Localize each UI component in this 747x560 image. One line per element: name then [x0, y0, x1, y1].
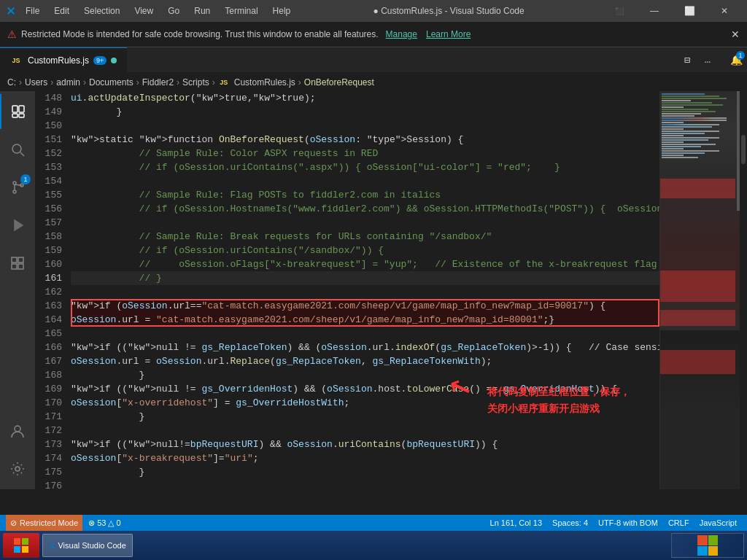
menu-go[interactable]: Go	[163, 0, 184, 22]
svg-point-7	[13, 190, 16, 193]
spaces-label: Spaces: 4	[552, 518, 588, 527]
account-icon[interactable]	[0, 413, 35, 448]
extensions-icon[interactable]	[0, 246, 35, 281]
tab-label: CustomRules.js	[28, 55, 89, 66]
menu-terminal[interactable]: Terminal	[220, 0, 262, 22]
svg-marker-9	[15, 220, 23, 230]
tray-area[interactable]	[671, 533, 744, 558]
learn-more-link[interactable]: Learn More	[426, 29, 471, 39]
line-number: 157	[38, 216, 62, 230]
breadcrumb-drive[interactable]: C:	[7, 77, 16, 88]
line-number: 175	[38, 465, 62, 479]
svg-rect-1	[19, 106, 24, 112]
svg-rect-18	[14, 546, 20, 553]
menu-selection[interactable]: Selection	[80, 0, 124, 22]
explorer-icon[interactable]	[0, 94, 35, 129]
code-line	[71, 285, 659, 299]
code-line: }	[71, 410, 659, 424]
line-number: 154	[38, 174, 62, 188]
line-number: 156	[38, 202, 62, 216]
line-number: 166	[38, 341, 62, 354]
svg-rect-12	[12, 264, 17, 269]
position-status[interactable]: Ln 161, Col 13	[486, 515, 547, 531]
breadcrumb-admin[interactable]: admin	[56, 77, 80, 88]
line-number: 170	[38, 396, 62, 410]
line-number: 149	[38, 105, 62, 119]
code-line: "kw">if (oSession.url=="cat-match.easyga…	[71, 299, 659, 313]
code-line: "kw">if (("kw">null != gs_OverridenHost)…	[71, 382, 659, 396]
svg-rect-3	[19, 114, 24, 117]
breadcrumb-users[interactable]: Users	[25, 77, 47, 88]
code-line: // Sample Rule: Break requests for URLs …	[71, 230, 659, 244]
line-number: 168	[38, 368, 62, 382]
manage-link[interactable]: Manage	[386, 29, 417, 39]
code-line: oSession["x-overridehost"] = gs_Override…	[71, 396, 659, 410]
close-btn[interactable]: ✕	[708, 0, 741, 22]
errors-status[interactable]: ⊗ 53 △ 0	[84, 515, 125, 531]
breadcrumb-fiddler2[interactable]: Fiddler2	[142, 77, 174, 88]
breadcrumb-js-icon-inline: JS	[218, 77, 230, 88]
line-number: 165	[38, 327, 62, 341]
line-number: 153	[38, 160, 62, 174]
svg-line-5	[20, 152, 24, 156]
line-number: 160	[38, 257, 62, 271]
split-editor-btn[interactable]: ⊟	[678, 51, 696, 69]
line-number: 176	[38, 479, 62, 489]
menu-edit[interactable]: Edit	[50, 0, 74, 22]
search-activity-icon[interactable]	[0, 132, 35, 167]
scrollbar-thumb[interactable]	[741, 135, 746, 164]
taskbar-vscode-item[interactable]: ✕ Visual Studio Code	[42, 534, 133, 557]
breadcrumb-function[interactable]: OnBeforeRequest	[304, 77, 374, 88]
encoding-label: UTF-8 with BOM	[598, 518, 658, 527]
line-number: 148	[38, 91, 62, 105]
breadcrumb-sep-1: ›	[19, 77, 22, 88]
spaces-status[interactable]: Spaces: 4	[548, 515, 592, 531]
menu-file[interactable]: File	[21, 0, 44, 22]
run-debug-icon[interactable]	[0, 208, 35, 243]
line-number: 172	[38, 424, 62, 438]
language-status[interactable]: JavaScript	[695, 515, 741, 531]
banner-close-btn[interactable]: ✕	[731, 28, 740, 40]
line-number: 164	[38, 313, 62, 327]
settings-icon[interactable]	[0, 451, 35, 486]
line-number: 173	[38, 438, 62, 451]
minimize-btn[interactable]: —	[638, 0, 671, 22]
line-numbers: 1481491501511521531541551561571581591601…	[35, 91, 68, 489]
breadcrumb-scripts[interactable]: Scripts	[182, 77, 209, 88]
line-number: 155	[38, 188, 62, 202]
more-actions-btn[interactable]: …	[699, 51, 716, 69]
restricted-mode-status[interactable]: ⊘ Restricted Mode	[6, 515, 82, 531]
maximize-btn[interactable]: ⬜	[673, 0, 706, 22]
code-editor[interactable]: 1481491501511521531541551561571581591601…	[35, 91, 747, 489]
line-number: 151	[38, 133, 62, 147]
main-layout: 1 14814915015115215315415515615715815916…	[0, 91, 747, 489]
code-line: }	[71, 465, 659, 479]
breadcrumb-filename[interactable]: CustomRules.js	[234, 77, 295, 88]
source-control-icon[interactable]: 1	[0, 170, 35, 205]
start-button[interactable]	[3, 533, 39, 558]
menu-run[interactable]: Run	[190, 0, 214, 22]
svg-point-15	[15, 467, 20, 471]
restricted-banner: ⚠ Restricted Mode is intended for safe c…	[0, 22, 747, 47]
vertical-scrollbar[interactable]	[740, 91, 747, 489]
minimap[interactable]	[659, 91, 740, 489]
source-control-badge: 1	[20, 174, 31, 184]
notifications-btn[interactable]: 🔔 1	[725, 49, 747, 71]
breadcrumb-documents[interactable]: Documents	[89, 77, 133, 88]
code-line: "kw">if (("kw">null != gs_ReplaceToken) …	[71, 341, 659, 354]
tab-actions: ⊟ …	[678, 51, 722, 69]
code-line: oSession.url = oSession.url.Replace(gs_R…	[71, 354, 659, 368]
tab-customrules[interactable]: JS CustomRules.js 9+	[0, 47, 127, 73]
menu-help[interactable]: Help	[268, 0, 295, 22]
line-ending-status[interactable]: CRLF	[664, 515, 694, 531]
position-label: Ln 161, Col 13	[490, 518, 543, 527]
line-ending-label: CRLF	[668, 518, 689, 527]
taskbar: ✕ Visual Studio Code	[0, 531, 747, 560]
status-bar: ⊘ Restricted Mode ⊗ 53 △ 0 Ln 161, Col 1…	[0, 515, 747, 531]
encoding-status[interactable]: UTF-8 with BOM	[594, 515, 662, 531]
menu-view[interactable]: View	[130, 0, 158, 22]
layout-btn[interactable]: ⬛	[603, 0, 636, 22]
errors-label: ⊗ 53 △ 0	[88, 518, 121, 528]
taskbar-tray	[671, 533, 744, 558]
code-lines[interactable]: ui.actUpdateInspector("kw">true,"kw">tru…	[68, 91, 659, 489]
